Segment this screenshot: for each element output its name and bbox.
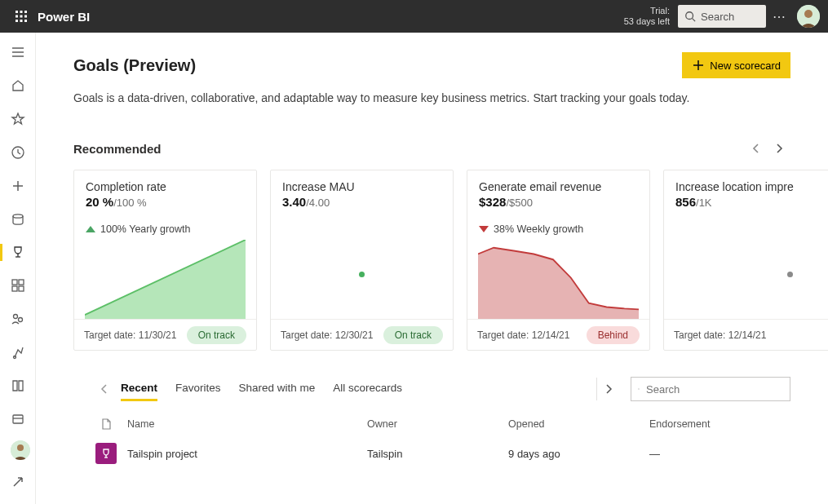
trend-down-icon <box>479 226 489 232</box>
card-chart <box>675 214 828 319</box>
svg-point-9 <box>686 12 693 20</box>
tab-favorites[interactable]: Favorites <box>175 377 221 401</box>
card-growth: 38% Weekly growth <box>479 223 638 235</box>
svg-rect-22 <box>12 280 17 285</box>
goal-card[interactable]: Generate email revenue $328/$500 38% Wee… <box>467 170 650 351</box>
trial-label: Trial: <box>624 6 670 16</box>
scorecard-badge-icon <box>95 443 117 464</box>
data-point-dot <box>787 272 793 277</box>
card-current: 20 % <box>86 195 113 209</box>
tab-shared[interactable]: Shared with me <box>239 377 316 401</box>
svg-rect-1 <box>20 11 23 13</box>
svg-point-26 <box>13 315 17 319</box>
datasets-icon[interactable] <box>3 207 33 231</box>
card-title: Increase location impre <box>675 180 828 193</box>
card-target: /4.00 <box>306 197 330 209</box>
table-header: Name Owner Opened Endorsement <box>93 413 790 435</box>
tabs-next[interactable] <box>596 378 619 400</box>
tabs-prev[interactable] <box>93 378 116 400</box>
card-target: /100 % <box>113 197 146 209</box>
trial-status: Trial: 53 days left <box>624 6 670 27</box>
carousel-next[interactable] <box>768 137 790 160</box>
page-title: Goals (Preview) <box>73 56 196 75</box>
svg-rect-8 <box>24 20 27 22</box>
table-row[interactable]: Tailspin project Tailspin 9 days ago — <box>93 435 790 472</box>
row-opened: 9 days ago <box>508 448 649 460</box>
trend-up-icon <box>86 226 95 232</box>
svg-point-27 <box>18 318 22 322</box>
favorites-icon[interactable] <box>3 108 33 131</box>
svg-rect-5 <box>24 15 27 18</box>
card-status-pill: On track <box>187 326 246 344</box>
tab-recent[interactable]: Recent <box>121 377 157 401</box>
page-subtitle: Goals is a data-driven, collaborative, a… <box>73 91 828 104</box>
svg-rect-23 <box>19 280 24 285</box>
goal-card[interactable]: Completion rate 20 %/100 % 100% Yearly g… <box>73 170 257 351</box>
recommended-title: Recommended <box>73 142 162 156</box>
apps-icon[interactable] <box>3 274 33 298</box>
card-current: 856 <box>675 195 696 209</box>
new-scorecard-label: New scorecard <box>710 60 781 72</box>
tab-all-scorecards[interactable]: All scorecards <box>333 377 402 401</box>
recent-icon[interactable] <box>3 140 33 164</box>
card-current: 3.40 <box>282 195 306 209</box>
scorecard-table: Name Owner Opened Endorsement Tailspin p… <box>93 413 790 472</box>
learn-icon[interactable] <box>3 374 33 397</box>
svg-rect-4 <box>20 15 23 18</box>
col-opened: Opened <box>508 418 649 430</box>
brand-label: Power BI <box>38 10 90 24</box>
svg-rect-25 <box>19 286 24 291</box>
expand-icon[interactable] <box>3 468 33 496</box>
scorecard-search-input[interactable] <box>646 383 783 396</box>
card-target: /1K <box>696 197 712 209</box>
svg-line-10 <box>693 19 696 22</box>
col-owner: Owner <box>367 418 508 430</box>
svg-rect-6 <box>15 20 18 22</box>
card-title: Generate email revenue <box>479 180 638 193</box>
card-chart <box>281 214 442 319</box>
svg-point-19 <box>13 214 23 217</box>
svg-rect-2 <box>24 11 27 13</box>
global-search[interactable]: Search <box>678 5 766 28</box>
card-chart <box>85 240 246 319</box>
main-content: Goals (Preview) New scorecard Goals is a… <box>36 33 828 504</box>
app-launcher-icon[interactable] <box>8 10 34 23</box>
svg-rect-7 <box>20 20 23 22</box>
goal-card[interactable]: Increase MAU 3.40/4.00 Target date: 12/3… <box>270 170 454 351</box>
card-target-date: Target date: 12/14/21 <box>477 329 580 341</box>
svg-point-12 <box>804 10 813 18</box>
card-target-date: Target date: 12/30/21 <box>281 329 377 341</box>
home-icon[interactable] <box>3 74 33 98</box>
hamburger-icon[interactable] <box>3 41 33 64</box>
goals-icon[interactable] <box>3 241 33 264</box>
row-endorsement: — <box>649 448 790 460</box>
card-chart <box>478 240 639 319</box>
data-point-dot <box>359 272 365 277</box>
workspaces-icon[interactable] <box>3 407 33 431</box>
trial-remaining: 53 days left <box>624 16 670 27</box>
create-icon[interactable] <box>3 174 33 197</box>
svg-line-38 <box>639 389 640 390</box>
card-title: Completion rate <box>86 180 245 193</box>
row-name: Tailspin project <box>119 448 367 460</box>
carousel-prev[interactable] <box>745 137 768 160</box>
shared-icon[interactable] <box>3 307 33 331</box>
pipelines-icon[interactable] <box>3 340 33 364</box>
workspace-avatar[interactable] <box>11 440 30 460</box>
more-icon[interactable]: ⋯ <box>766 9 792 24</box>
svg-rect-29 <box>13 415 23 423</box>
card-current: $328 <box>479 195 506 209</box>
col-endorsement: Endorsement <box>649 418 790 430</box>
col-name: Name <box>119 418 367 430</box>
card-status-pill: On track <box>383 326 443 344</box>
scorecard-tabs: Recent Favorites Shared with me All scor… <box>93 377 790 402</box>
card-target-date: Target date: 12/14/21 <box>674 329 828 341</box>
card-title: Increase MAU <box>282 180 441 193</box>
card-target-date: Target date: 11/30/21 <box>84 329 180 341</box>
new-scorecard-button[interactable]: New scorecard <box>682 52 790 78</box>
svg-point-37 <box>638 388 639 389</box>
card-growth: 100% Yearly growth <box>86 223 245 235</box>
scorecard-search[interactable] <box>631 377 790 401</box>
goal-card[interactable]: Increase location impre 856/1K Target da… <box>663 170 828 351</box>
user-avatar[interactable] <box>797 5 820 28</box>
